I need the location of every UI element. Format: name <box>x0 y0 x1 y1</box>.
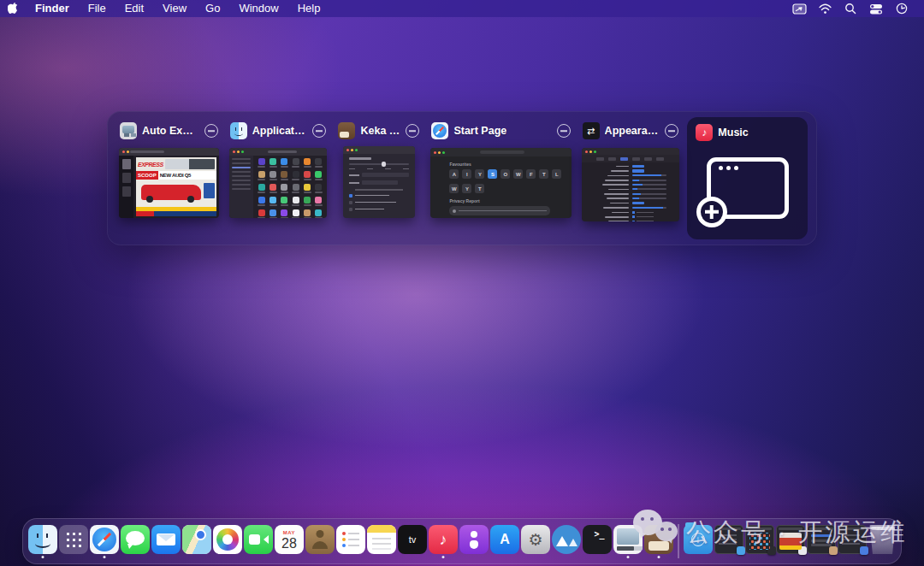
close-window-icon[interactable] <box>312 124 326 138</box>
window-thumbnail-keka[interactable] <box>343 146 415 218</box>
window-titlebar <box>229 148 328 156</box>
traffic-lights-icon <box>585 150 588 153</box>
preview-sidebar <box>119 156 133 218</box>
favourite-tile[interactable]: S <box>488 169 497 179</box>
preferences-tab[interactable] <box>656 157 664 161</box>
dock-facetime[interactable] <box>244 525 273 557</box>
menu-go[interactable]: Go <box>196 0 229 17</box>
dock-launchpad[interactable] <box>59 525 88 557</box>
menu-view[interactable]: View <box>153 0 196 17</box>
app-grid-cell <box>268 171 278 183</box>
app-grid-cell <box>257 209 267 218</box>
app-grid-cell <box>279 197 289 209</box>
new-window-icon <box>707 157 789 219</box>
menu-window[interactable]: Window <box>229 0 287 17</box>
window-thumbnail-auto-express[interactable]: EXPRESS SCOOP NEW AUDI Q5 <box>119 148 219 218</box>
dock-reminders[interactable] <box>336 525 365 557</box>
favourites-row-1: AIYSOWFTL <box>449 169 571 179</box>
dock-podcasts[interactable] <box>459 525 489 557</box>
dock-contacts[interactable] <box>305 525 335 557</box>
preferences-rows <box>582 162 680 221</box>
favourite-tile[interactable]: W <box>449 184 459 193</box>
favourite-tile[interactable]: T <box>475 184 484 193</box>
close-window-icon[interactable] <box>204 124 218 138</box>
close-window-icon[interactable] <box>557 124 571 138</box>
window-thumbnail-start-page[interactable]: Favourites AIYSOWFTL WYT Privacy Report <box>430 148 571 218</box>
dock-downloads-folder[interactable]: ↓ <box>684 525 713 557</box>
menu-help[interactable]: Help <box>288 0 330 17</box>
photos-icon <box>213 525 242 554</box>
clock-icon[interactable] <box>891 1 912 16</box>
dock-finder[interactable] <box>28 525 57 557</box>
music-app-icon: ♪ <box>696 124 713 141</box>
traffic-lights-icon <box>434 151 436 154</box>
favourite-tile[interactable]: T <box>539 169 548 179</box>
dock-appstore[interactable]: A <box>490 525 519 557</box>
new-window-action[interactable] <box>695 142 800 233</box>
menu-edit[interactable]: Edit <box>116 0 153 17</box>
dock-min-window-5[interactable] <box>838 525 867 557</box>
preferences-tab[interactable] <box>620 157 628 161</box>
dock-keka[interactable] <box>644 525 673 557</box>
favourite-tile[interactable]: A <box>449 169 459 179</box>
screen-arrow-icon[interactable] <box>789 1 809 16</box>
favourite-tile[interactable]: I <box>462 169 471 179</box>
dock-messages[interactable] <box>121 525 150 557</box>
window-app-badge <box>860 546 868 555</box>
close-window-icon[interactable] <box>406 124 419 138</box>
dock-notes[interactable] <box>367 525 396 557</box>
window-thumbnail-appearance[interactable] <box>582 148 680 221</box>
app-title: Auto Expre… <box>142 125 199 137</box>
menu-finder[interactable]: Finder <box>26 0 79 17</box>
appearance-app-icon: ⇄ <box>583 122 600 139</box>
dock-photo-window-app[interactable] <box>613 525 643 557</box>
dock-music[interactable]: ♪ <box>429 525 458 557</box>
dock-mountain-app[interactable] <box>552 525 581 557</box>
dock-terminal[interactable]: >_ <box>583 525 612 557</box>
apple-menu[interactable] <box>0 3 26 15</box>
switcher-app-music[interactable]: ♪ Music <box>687 117 808 239</box>
applications-grid <box>253 156 328 218</box>
dock-min-window-3[interactable] <box>776 525 805 557</box>
dock-calendar[interactable]: MAY28 <box>275 525 304 557</box>
app-grid-cell <box>313 158 323 170</box>
switcher-app-applications[interactable]: Applications <box>229 121 328 235</box>
dock-min-window-2[interactable] <box>745 525 774 557</box>
menu-file[interactable]: File <box>79 0 116 17</box>
close-window-icon[interactable] <box>665 124 678 138</box>
dock-min-window-1[interactable] <box>714 525 743 557</box>
dock-photos[interactable] <box>213 525 242 557</box>
favourite-tile[interactable]: Y <box>462 184 471 193</box>
dock-trash[interactable] <box>868 525 897 557</box>
switcher-app-start-page[interactable]: Start Page Favourites AIYSOWFTL WYT Priv… <box>430 121 571 235</box>
wifi-icon[interactable] <box>814 1 835 16</box>
switcher-app-appearance[interactable]: ⇄ Appeara… <box>582 121 680 235</box>
control-center-icon[interactable] <box>866 1 886 16</box>
window-thumbnail-applications[interactable] <box>229 148 328 218</box>
preferences-tab[interactable] <box>644 157 652 161</box>
switcher-app-auto-express[interactable]: Auto Expre… EXPRESS SCOOP NEW AUDI Q5 <box>119 121 219 235</box>
preferences-tab[interactable] <box>596 157 604 161</box>
spotlight-icon[interactable] <box>840 1 861 16</box>
favourite-tile[interactable]: L <box>552 169 561 179</box>
preferences-tab[interactable] <box>632 157 640 161</box>
favourites-row-2: WYT <box>449 184 571 193</box>
menu-items: FinderFileEditViewGoWindowHelp <box>26 0 329 17</box>
dock-min-window-4[interactable] <box>807 525 836 557</box>
menu-status <box>789 1 924 16</box>
dock-safari[interactable] <box>90 525 119 557</box>
app-switcher: Auto Expre… EXPRESS SCOOP NEW AUDI Q5 <box>107 111 817 245</box>
favourite-tile[interactable]: W <box>513 169 523 179</box>
favourite-tile[interactable]: F <box>526 169 536 179</box>
terminal-icon: >_ <box>583 525 612 554</box>
favourites-label: Favourites <box>449 162 571 167</box>
favourite-tile[interactable]: Y <box>475 169 484 179</box>
dock-maps[interactable] <box>182 525 211 557</box>
plus-icon <box>696 197 727 227</box>
favourite-tile[interactable]: O <box>500 169 510 179</box>
switcher-app-keka[interactable]: Keka (ZIP) <box>337 121 420 235</box>
dock-mail[interactable] <box>151 525 181 557</box>
preferences-tab[interactable] <box>608 157 616 161</box>
dock-appletv[interactable]: tv <box>398 525 427 557</box>
dock-settings[interactable]: ⚙ <box>521 525 550 557</box>
